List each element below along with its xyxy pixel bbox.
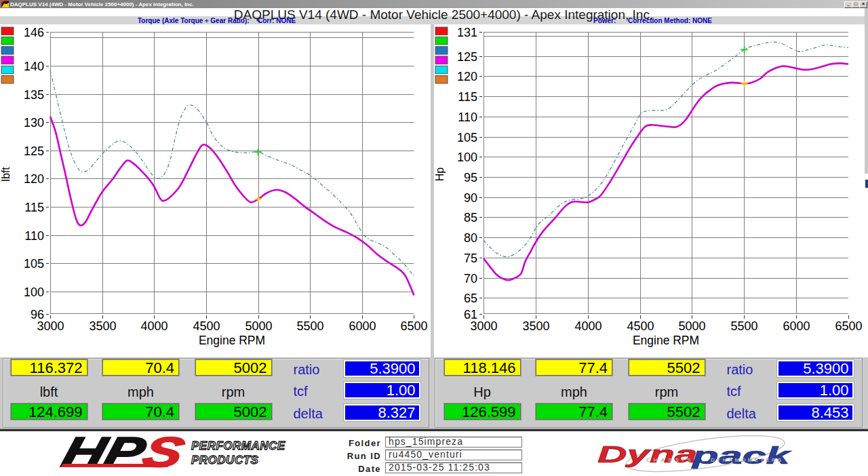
svg-text:105: 105 bbox=[457, 131, 477, 144]
svg-text:6500: 6500 bbox=[400, 319, 427, 333]
svg-text:Engine RPM: Engine RPM bbox=[199, 334, 265, 347]
svg-text:4000: 4000 bbox=[140, 319, 167, 333]
svg-text:110: 110 bbox=[24, 229, 44, 243]
svg-text:pack: pack bbox=[691, 442, 792, 469]
svg-text:3500: 3500 bbox=[89, 319, 116, 333]
svg-text:100: 100 bbox=[457, 151, 477, 164]
svg-text:CHASSIS: CHASSIS bbox=[646, 457, 694, 463]
svg-text:lbft: lbft bbox=[0, 167, 12, 182]
svg-text:80: 80 bbox=[464, 231, 477, 245]
svg-text:4500: 4500 bbox=[627, 319, 654, 333]
svg-text:125: 125 bbox=[457, 50, 477, 64]
svg-text:120: 120 bbox=[24, 172, 44, 186]
svg-text:DYNAMOMETERS: DYNAMOMETERS bbox=[711, 457, 783, 463]
svg-text:85: 85 bbox=[464, 211, 477, 224]
svg-text:95: 95 bbox=[464, 171, 477, 184]
svg-text:6000: 6000 bbox=[349, 319, 376, 333]
svg-text:105: 105 bbox=[24, 257, 44, 271]
svg-text:Hp: Hp bbox=[434, 167, 446, 182]
svg-text:5000: 5000 bbox=[678, 319, 705, 333]
svg-text:115: 115 bbox=[24, 201, 44, 214]
svg-text:75: 75 bbox=[464, 252, 477, 265]
svg-text:125: 125 bbox=[24, 144, 44, 158]
svg-text:4000: 4000 bbox=[574, 319, 601, 333]
svg-text:3000: 3000 bbox=[470, 319, 497, 333]
svg-text:3000: 3000 bbox=[37, 319, 64, 333]
svg-text:120: 120 bbox=[457, 70, 477, 83]
svg-text:131: 131 bbox=[457, 26, 477, 39]
svg-text:6000: 6000 bbox=[783, 319, 810, 333]
svg-text:110: 110 bbox=[458, 111, 477, 124]
svg-text:3500: 3500 bbox=[522, 319, 549, 333]
svg-text:Dyna: Dyna bbox=[597, 441, 697, 467]
svg-text:90: 90 bbox=[464, 191, 477, 205]
svg-text:135: 135 bbox=[24, 88, 44, 102]
svg-text:70: 70 bbox=[464, 272, 477, 285]
svg-text:146: 146 bbox=[24, 26, 44, 39]
svg-text:130: 130 bbox=[24, 116, 44, 130]
svg-text:140: 140 bbox=[24, 60, 44, 73]
svg-text:4500: 4500 bbox=[193, 319, 220, 333]
svg-text:6500: 6500 bbox=[835, 319, 862, 333]
svg-text:5500: 5500 bbox=[296, 319, 323, 333]
svg-text:5500: 5500 bbox=[730, 319, 757, 333]
svg-text:5000: 5000 bbox=[245, 319, 272, 333]
svg-text:65: 65 bbox=[464, 292, 477, 305]
svg-text:115: 115 bbox=[458, 90, 477, 104]
svg-text:Engine RPM: Engine RPM bbox=[633, 334, 699, 347]
svg-text:100: 100 bbox=[24, 285, 44, 299]
